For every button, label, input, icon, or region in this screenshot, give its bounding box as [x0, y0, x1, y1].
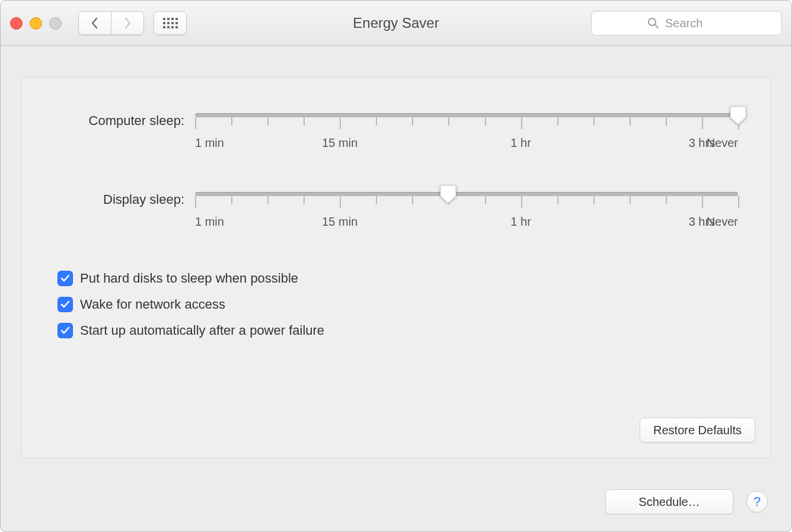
slider-tick [412, 117, 413, 126]
slider-tick [630, 117, 631, 126]
back-button[interactable] [78, 11, 111, 35]
slider-ticks [195, 196, 738, 208]
slider-tick [521, 196, 522, 208]
minimize-window-button[interactable] [30, 17, 42, 30]
checkmark-icon [60, 299, 71, 310]
search-icon [647, 17, 659, 29]
computer-sleep-slider[interactable]: 1 min15 min1 hr3 hrsNever [195, 113, 738, 152]
zoom-window-button-disabled [49, 17, 62, 30]
show-all-button[interactable] [154, 11, 187, 35]
slider-tick [630, 196, 631, 204]
slider-tick [304, 117, 305, 126]
checkbox-group: Put hard disks to sleep when possible Wa… [58, 271, 738, 338]
slider-tick-label: 1 min [195, 215, 224, 229]
slider-tick [448, 117, 449, 126]
slider-ticks [195, 117, 738, 129]
slider-tick [702, 196, 703, 208]
chevron-left-icon [91, 17, 99, 29]
slider-tick [485, 117, 486, 126]
wake-network-checkbox[interactable] [58, 297, 73, 312]
search-field[interactable] [591, 11, 782, 36]
grid-icon [163, 18, 178, 28]
restore-defaults-button[interactable]: Restore Defaults [640, 418, 755, 443]
slider-tick [738, 196, 739, 208]
start-up-label: Start up automatically after a power fai… [80, 323, 324, 338]
slider-tick [340, 117, 341, 129]
slider-labels: 1 min15 min1 hr3 hrsNever [195, 136, 738, 152]
toolbar: Energy Saver [1, 1, 791, 46]
display-sleep-row: Display sleep: 1 min15 min1 hr3 hrsNever [54, 192, 738, 230]
slider-tick [267, 196, 269, 204]
slider-tick [304, 196, 305, 204]
slider-tick [376, 196, 377, 204]
slider-tick [557, 117, 558, 126]
slider-tick [231, 196, 232, 204]
slider-labels: 1 min15 min1 hr3 hrsNever [195, 215, 738, 230]
display-sleep-slider[interactable]: 1 min15 min1 hr3 hrsNever [195, 192, 738, 230]
slider-tick-label: Never [707, 215, 738, 229]
slider-thumb[interactable] [729, 105, 747, 126]
slider-tick [340, 196, 341, 208]
forward-button-disabled [111, 11, 144, 35]
slider-tick [267, 117, 269, 126]
svg-point-0 [649, 18, 656, 25]
settings-panel: Computer sleep: 1 min15 min1 hr3 hrsNeve… [21, 77, 771, 459]
slider-tick [557, 196, 558, 204]
slider-tick-label: 15 min [322, 136, 357, 150]
nav-buttons [78, 11, 144, 35]
hard-disks-checkbox-row: Put hard disks to sleep when possible [58, 271, 738, 286]
slider-tick-label: 1 hr [510, 136, 531, 150]
wake-network-checkbox-row: Wake for network access [58, 297, 738, 312]
chevron-right-icon [123, 17, 132, 29]
start-up-checkbox[interactable] [58, 323, 73, 338]
computer-sleep-label: Computer sleep: [54, 113, 195, 129]
slider-tick [231, 117, 232, 126]
close-window-button[interactable] [10, 17, 23, 30]
slider-tick [195, 196, 196, 208]
slider-tick-label: 1 hr [510, 215, 531, 229]
slider-thumb[interactable] [439, 184, 457, 204]
slider-tick-label: 15 min [322, 215, 357, 229]
search-input[interactable] [664, 16, 726, 31]
slider-track [195, 113, 738, 117]
window-controls [10, 17, 62, 30]
slider-track [195, 192, 738, 196]
slider-tick [412, 196, 413, 204]
svg-line-1 [655, 25, 658, 28]
checkmark-icon [60, 273, 71, 284]
wake-network-label: Wake for network access [80, 297, 225, 312]
slider-tick [666, 117, 667, 126]
slider-tick [702, 117, 703, 129]
slider-tick [593, 117, 595, 126]
content-area: Computer sleep: 1 min15 min1 hr3 hrsNeve… [1, 46, 791, 532]
prefs-window: Energy Saver Computer sleep: 1 min15 min… [0, 0, 792, 532]
slider-tick [195, 117, 196, 129]
computer-sleep-row: Computer sleep: 1 min15 min1 hr3 hrsNeve… [54, 113, 738, 152]
checkmark-icon [60, 325, 71, 336]
start-up-checkbox-row: Start up automatically after a power fai… [58, 323, 738, 338]
slider-tick [666, 196, 667, 204]
slider-tick [376, 117, 377, 126]
slider-tick [521, 117, 522, 129]
schedule-button[interactable]: Schedule… [605, 489, 733, 514]
slider-tick [485, 196, 486, 204]
slider-tick-label: Never [707, 136, 738, 150]
hard-disks-checkbox[interactable] [58, 271, 73, 286]
footer: Schedule… ? [21, 473, 771, 514]
hard-disks-label: Put hard disks to sleep when possible [80, 271, 298, 286]
help-button[interactable]: ? [746, 491, 768, 512]
display-sleep-label: Display sleep: [54, 192, 195, 207]
slider-tick-label: 1 min [195, 136, 224, 150]
slider-tick [593, 196, 595, 204]
